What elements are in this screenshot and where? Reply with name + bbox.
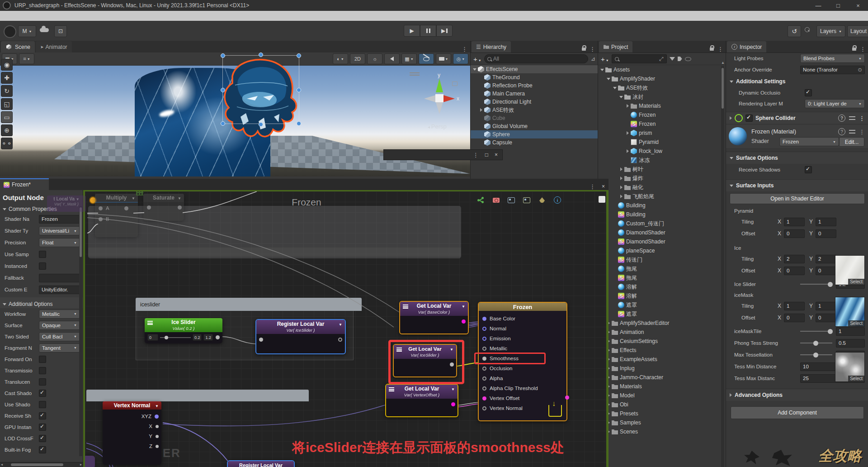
port-dot[interactable] — [155, 415, 159, 419]
offset-y-field[interactable]: 0 — [816, 229, 836, 238]
share-icon[interactable] — [476, 196, 485, 204]
edit-shader-button[interactable]: Edit... — [839, 137, 864, 147]
project-item[interactable]: 冰封 — [598, 92, 726, 101]
port-dot[interactable] — [156, 435, 159, 438]
select-button[interactable]: Select — [848, 279, 864, 285]
hidden-packages-icon[interactable] — [685, 57, 691, 61]
port-dot[interactable] — [156, 445, 159, 448]
offset-x-field[interactable]: 0 — [784, 267, 805, 275]
node-get-local-var-iceslider[interactable]: Get Local Var▼ Var( IceSlider ) — [393, 344, 457, 377]
project-item[interactable]: 传送门 — [598, 255, 726, 264]
help-icon[interactable]: ? — [838, 114, 845, 122]
property-checkbox[interactable] — [39, 251, 46, 258]
port-dot[interactable] — [482, 317, 486, 321]
property-dropdown[interactable]: Universal/Li — [39, 226, 80, 235]
project-item[interactable]: 溶解 — [598, 282, 726, 291]
selection-handle[interactable] — [221, 53, 225, 58]
offset-x-field[interactable]: 0 — [784, 229, 805, 238]
lock-icon[interactable] — [852, 48, 856, 51]
output-port[interactable] — [451, 402, 455, 406]
project-item[interactable]: Building — [598, 201, 726, 210]
project-item[interactable]: prism — [598, 129, 726, 138]
tiling-x-field[interactable]: 2 — [784, 255, 805, 263]
property-dropdown[interactable]: Float — [39, 238, 80, 247]
vn-port[interactable]: X — [103, 421, 161, 431]
icemask-tile-value[interactable]: 1 — [836, 327, 865, 336]
project-item[interactable]: 树叶 — [598, 165, 726, 174]
selection-handle[interactable] — [259, 52, 263, 57]
pause-button[interactable] — [420, 25, 436, 37]
project-item[interactable]: 遮罩 — [598, 300, 726, 310]
property-field[interactable] — [39, 274, 80, 282]
maximize-button[interactable]: □ — [828, 2, 848, 9]
group-vertex[interactable] — [86, 390, 309, 401]
hierarchy-item[interactable]: ASE特效 — [471, 106, 598, 114]
select-button[interactable]: Select — [848, 320, 864, 326]
perspective-label[interactable]: ◂ Persp — [428, 123, 447, 130]
port-dot[interactable] — [482, 376, 486, 381]
pyramid-texture-thumb[interactable]: Select — [835, 255, 865, 285]
project-item[interactable]: Scenes — [598, 427, 726, 436]
ase-kebab-icon[interactable]: ⋮ — [590, 183, 595, 190]
receive-shadows-checkbox[interactable] — [805, 166, 812, 173]
port-dot[interactable] — [482, 406, 486, 410]
tab-project[interactable]: Project — [599, 41, 632, 52]
node-saturate[interactable]: Saturate▼ — [143, 194, 184, 221]
transform-tool-icon[interactable]: ⊕ — [1, 124, 13, 136]
play-button[interactable]: ▶ — [404, 25, 420, 37]
tab-animator[interactable]: ➤ Animator — [36, 41, 72, 52]
project-item[interactable]: 融化 — [598, 183, 726, 192]
project-item[interactable]: DiamondShader — [598, 228, 726, 237]
project-item[interactable]: Pyramid — [598, 138, 726, 147]
port-dot[interactable] — [482, 327, 486, 331]
output-port[interactable] — [462, 319, 466, 324]
anchor-override-field[interactable]: None (Transfor⊙ — [800, 66, 865, 74]
node-vertex-normal[interactable]: Vertex Normal▼ XYZ X Y Z — [103, 401, 161, 465]
project-item[interactable]: Frozen — [598, 110, 726, 119]
version-control-button[interactable]: M▼ — [18, 25, 36, 37]
hierarchy-item[interactable]: Sphere — [471, 130, 598, 138]
property-checkbox[interactable] — [39, 401, 46, 408]
vn-port[interactable]: Y — [103, 431, 161, 441]
project-item[interactable]: Building — [598, 210, 726, 219]
ice-slider[interactable] — [800, 280, 832, 288]
project-item[interactable]: 拖尾 — [598, 273, 726, 282]
presets-icon[interactable] — [849, 129, 855, 134]
property-dropdown[interactable]: Metallic — [39, 310, 80, 319]
hierarchy-item[interactable]: Directional Light — [471, 98, 598, 106]
surface-inputs-header[interactable]: Surface Inputs — [726, 179, 868, 191]
move-tool-icon[interactable]: ✚ — [1, 72, 13, 84]
tiling-x-field[interactable]: 1 — [784, 302, 805, 310]
project-item[interactable]: 爆炸 — [598, 174, 726, 183]
download-icon[interactable] — [548, 405, 562, 417]
project-item[interactable]: Custom_传送门 — [598, 219, 726, 228]
scene-orientation-gizmo[interactable]: y x — [419, 71, 460, 120]
node-slider[interactable] — [160, 335, 191, 340]
project-item[interactable]: ASE特效 — [598, 83, 726, 92]
gizmos-icon[interactable]: ◎▼ — [453, 53, 468, 64]
project-scrollbar[interactable]: ▲ — [721, 66, 724, 467]
panel-vscrollbar[interactable] — [79, 206, 82, 456]
group-iceslider[interactable]: iceslider — [136, 298, 362, 311]
project-item[interactable]: Jammo-Character — [598, 373, 726, 382]
project-item[interactable]: Samples — [598, 418, 726, 427]
project-item[interactable]: Materials — [598, 382, 726, 391]
tab-inspector[interactable]: i Inspector — [727, 41, 766, 52]
project-item[interactable]: 遮罩 — [598, 310, 726, 319]
project-item[interactable]: 飞船焰尾 — [598, 192, 726, 201]
project-search-input[interactable]: ⤢ — [612, 54, 667, 63]
material-kebab-icon[interactable]: ⋮ — [859, 129, 865, 135]
hierarchy-kebab-icon[interactable]: ⋮ — [590, 46, 595, 52]
project-item[interactable]: 拖尾 — [598, 264, 726, 273]
project-item[interactable]: ExampleAssets — [598, 355, 726, 364]
node-menu-icon[interactable] — [403, 305, 408, 309]
advanced-options-header[interactable]: Advanced Options — [726, 389, 868, 401]
input-port[interactable] — [259, 338, 263, 342]
tiling-x-field[interactable]: 1 — [784, 218, 805, 226]
selection-handle[interactable] — [221, 121, 225, 126]
snap-icon[interactable]: ⌗▼ — [19, 53, 34, 64]
selection-handle[interactable] — [297, 53, 301, 58]
ice-texture-thumb[interactable]: Select — [835, 297, 865, 327]
master-port[interactable]: Alpha — [479, 373, 566, 383]
component-kebab-icon[interactable]: ⋮ — [859, 115, 865, 122]
